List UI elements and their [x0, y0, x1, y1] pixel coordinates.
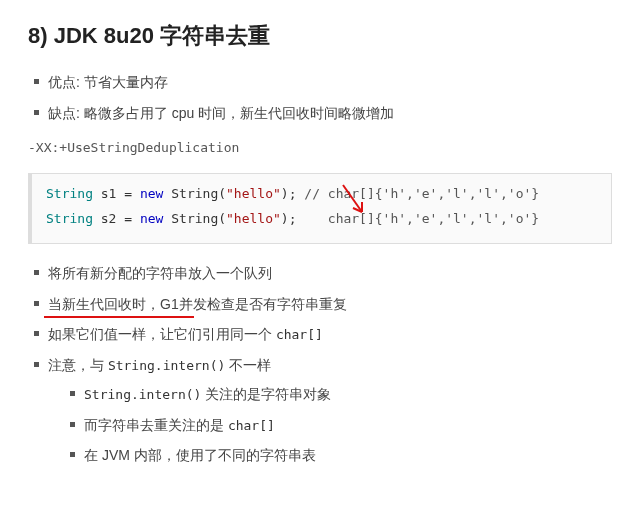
code-block: String s1 = new String("hello"); // char… — [28, 173, 612, 245]
pro-label: 优点: — [48, 74, 80, 90]
code-token: new — [140, 186, 163, 201]
page-title: 8) JDK 8u20 字符串去重 — [28, 18, 612, 53]
code-token: ); — [281, 186, 304, 201]
code-token: String — [46, 186, 93, 201]
code-line: String s2 = new String("hello"); char[]{… — [46, 209, 597, 230]
code-token: String — [46, 211, 93, 226]
text-span: 注意，与 — [48, 357, 108, 373]
code-token: String( — [163, 186, 226, 201]
list-item: 缺点: 略微多占用了 cpu 时间，新生代回收时间略微增加 — [34, 102, 612, 124]
code-token: "hello" — [226, 186, 281, 201]
code-tail: char[]{'h','e','l','l','o'} — [328, 211, 539, 226]
list-item: String.intern() 关注的是字符串对象 — [70, 383, 612, 406]
text-span: 而字符串去重关注的是 — [84, 417, 228, 433]
code-token: = — [116, 211, 139, 226]
list-item: 优点: 节省大量内存 — [34, 71, 612, 93]
jvm-flag: -XX:+UseStringDeduplication — [28, 138, 612, 159]
nested-list: String.intern() 关注的是字符串对象 而字符串去重关注的是 cha… — [48, 383, 612, 467]
code-line: String s1 = new String("hello"); // char… — [46, 184, 597, 205]
code-inline: char[] — [276, 327, 323, 342]
list-item: 注意，与 String.intern() 不一样 String.intern()… — [34, 354, 612, 467]
code-inline: String.intern() — [108, 358, 225, 373]
list-item: 而字符串去重关注的是 char[] — [70, 414, 612, 437]
con-text: 略微多占用了 cpu 时间，新生代回收时间略微增加 — [80, 105, 394, 121]
list-item: 当新生代回收时，G1并发检查是否有字符串重复 — [34, 293, 612, 315]
code-inline: char[] — [228, 418, 275, 433]
con-label: 缺点: — [48, 105, 80, 121]
code-token: "hello" — [226, 211, 281, 226]
pro-text: 节省大量内存 — [80, 74, 168, 90]
list-item: 如果它们值一样，让它们引用同一个 char[] — [34, 323, 612, 346]
code-token: s2 — [101, 211, 117, 226]
code-token: s1 — [101, 186, 117, 201]
text-span: 关注的是字符串对象 — [201, 386, 331, 402]
notes-list: 将所有新分配的字符串放入一个队列 当新生代回收时，G1并发检查是否有字符串重复 … — [28, 262, 612, 466]
code-inline: String.intern() — [84, 387, 201, 402]
list-item: 将所有新分配的字符串放入一个队列 — [34, 262, 612, 284]
code-token: new — [140, 211, 163, 226]
text-span: 如果它们值一样，让它们引用同一个 — [48, 326, 276, 342]
code-comment: // char[]{'h','e','l','l','o'} — [304, 186, 539, 201]
code-token: String( — [163, 211, 226, 226]
code-token: = — [116, 186, 139, 201]
advantages-list: 优点: 节省大量内存 缺点: 略微多占用了 cpu 时间，新生代回收时间略微增加 — [28, 71, 612, 124]
code-token: ); — [281, 211, 304, 226]
text-span: 不一样 — [225, 357, 271, 373]
list-item: 在 JVM 内部，使用了不同的字符串表 — [70, 444, 612, 466]
